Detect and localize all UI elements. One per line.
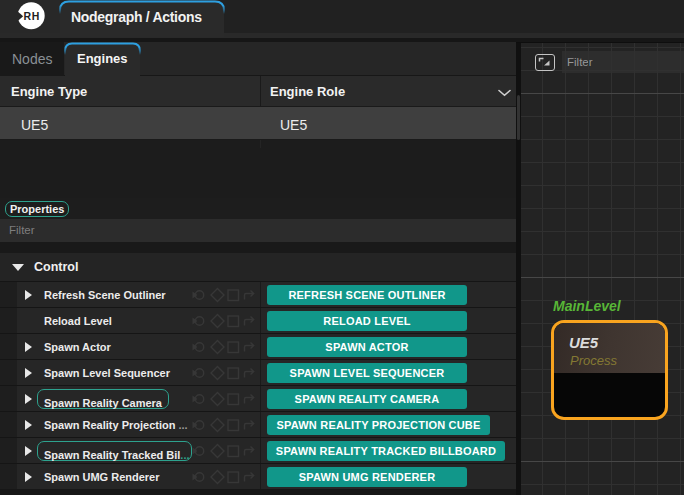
svg-text:RH: RH (24, 10, 40, 22)
